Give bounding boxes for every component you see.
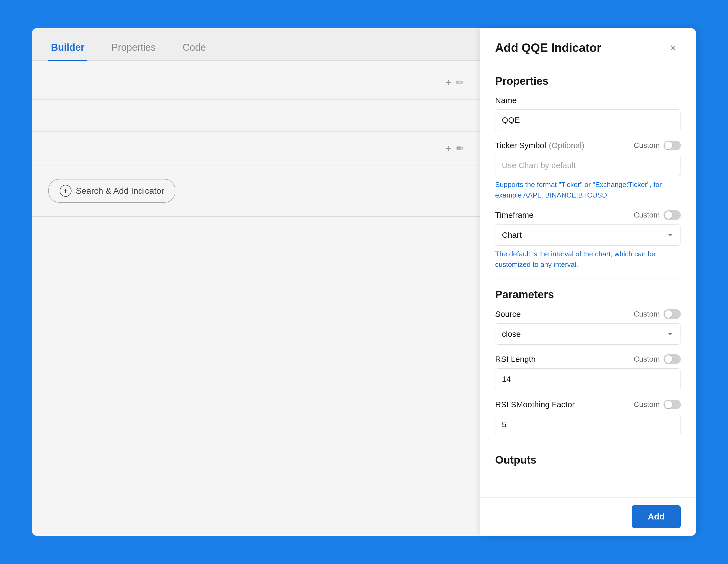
add-indicator-label: Search & Add Indicator: [76, 186, 164, 196]
builder-content: + ✏ + ✏ + Search & Add Indicator: [32, 61, 480, 536]
ticker-custom-label: Custom: [634, 141, 660, 150]
timeframe-field-group: Timeframe Custom Chart 1 minute 5 minute…: [495, 210, 681, 270]
timeframe-custom-toggle[interactable]: [664, 210, 681, 220]
rsi-length-custom-label: Custom: [634, 355, 660, 363]
source-custom-toggle[interactable]: [664, 309, 681, 319]
ticker-label: Ticker Symbol(Optional): [495, 141, 584, 150]
edit-icon-2[interactable]: ✏: [456, 143, 464, 154]
tab-builder[interactable]: Builder: [48, 35, 87, 61]
name-field-group: Name: [495, 96, 681, 131]
timeframe-hint: The default is the interval of the chart…: [495, 249, 681, 270]
parameters-title: Parameters: [495, 288, 681, 301]
timeframe-custom-row: Custom: [634, 210, 681, 220]
properties-title: Properties: [495, 75, 681, 87]
builder-row-2: [32, 100, 480, 132]
tab-properties[interactable]: Properties: [109, 35, 158, 61]
modal-footer: Add: [480, 497, 696, 536]
rsi-length-input[interactable]: [495, 368, 681, 390]
modal-body: Properties Name Ticker Symbol(Optional): [480, 64, 696, 497]
source-custom-row: Custom: [634, 309, 681, 319]
close-button[interactable]: ×: [666, 40, 681, 55]
properties-section: Properties Name Ticker Symbol(Optional): [495, 75, 681, 270]
tab-code[interactable]: Code: [180, 35, 209, 61]
modal-header: Add QQE Indicator ×: [480, 28, 696, 64]
section-divider-2: [495, 445, 681, 445]
plus-icon[interactable]: +: [446, 77, 451, 88]
plus-icon-2[interactable]: +: [446, 143, 451, 154]
rsi-smoothing-custom-toggle[interactable]: [664, 400, 681, 409]
ticker-hint: Supports the format "Ticker" or "Exchang…: [495, 179, 681, 201]
row-1-actions: + ✏: [446, 77, 464, 88]
source-field-group: Source Custom close open high low hl2: [495, 309, 681, 345]
circle-plus-icon: +: [60, 185, 72, 197]
rsi-smoothing-field-group: RSI SMoothing Factor Custom: [495, 400, 681, 435]
row-3-actions: + ✏: [446, 143, 464, 154]
builder-panel: Builder Properties Code + ✏ + ✏ +: [32, 28, 480, 536]
rsi-smoothing-custom-row: Custom: [634, 400, 681, 409]
section-divider-1: [495, 280, 681, 280]
modal-panel: Add QQE Indicator × Properties Name: [480, 28, 696, 536]
name-input[interactable]: [495, 109, 681, 131]
name-label: Name: [495, 96, 517, 105]
timeframe-custom-label: Custom: [634, 211, 660, 219]
ticker-field-group: Ticker Symbol(Optional) Custom Supports …: [495, 141, 681, 201]
add-button[interactable]: Add: [632, 505, 681, 528]
edit-icon[interactable]: ✏: [456, 77, 464, 88]
rsi-length-label: RSI Length: [495, 355, 536, 364]
tab-bar: Builder Properties Code: [32, 28, 480, 61]
rsi-smoothing-custom-label: Custom: [634, 400, 660, 409]
rsi-smoothing-label: RSI SMoothing Factor: [495, 400, 575, 409]
builder-row-1: + ✏: [32, 66, 480, 100]
outputs-section: Outputs: [495, 454, 681, 466]
rsi-length-label-row: RSI Length Custom: [495, 354, 681, 364]
parameters-section: Parameters Source Custom close open high: [495, 288, 681, 435]
name-label-row: Name: [495, 96, 681, 105]
source-custom-label: Custom: [634, 310, 660, 318]
ticker-custom-row: Custom: [634, 141, 681, 150]
timeframe-select[interactable]: Chart 1 minute 5 minutes 1 hour 1 day: [495, 224, 681, 246]
timeframe-label: Timeframe: [495, 210, 533, 220]
ticker-custom-toggle[interactable]: [664, 141, 681, 150]
timeframe-label-row: Timeframe Custom: [495, 210, 681, 220]
builder-row-3: + ✏: [32, 132, 480, 165]
source-label: Source: [495, 310, 521, 319]
source-select[interactable]: close open high low hl2: [495, 323, 681, 345]
rsi-length-field-group: RSI Length Custom: [495, 354, 681, 390]
outputs-title: Outputs: [495, 454, 681, 466]
rsi-smoothing-label-row: RSI SMoothing Factor Custom: [495, 400, 681, 409]
ticker-label-row: Ticker Symbol(Optional) Custom: [495, 141, 681, 150]
source-label-row: Source Custom: [495, 309, 681, 319]
rsi-length-custom-toggle[interactable]: [664, 354, 681, 364]
modal-title: Add QQE Indicator: [495, 41, 601, 55]
rsi-length-custom-row: Custom: [634, 354, 681, 364]
rsi-smoothing-input[interactable]: [495, 414, 681, 435]
add-indicator-row: + Search & Add Indicator: [32, 165, 480, 217]
ticker-input[interactable]: [495, 155, 681, 176]
add-indicator-button[interactable]: + Search & Add Indicator: [48, 179, 175, 203]
